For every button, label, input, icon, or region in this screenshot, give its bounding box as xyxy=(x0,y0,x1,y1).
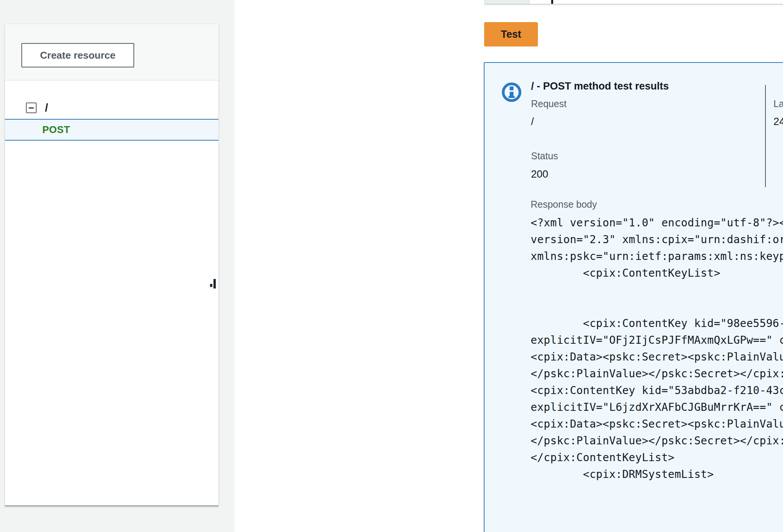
test-results-panel: / - POST method test results Request / S… xyxy=(484,62,783,532)
test-button[interactable]: Test xyxy=(484,22,538,46)
resource-root-path: / xyxy=(45,102,48,114)
status-value: 200 xyxy=(531,168,548,180)
request-label: Request xyxy=(531,98,566,109)
resize-handle-bar xyxy=(213,279,216,288)
resize-handle-dot xyxy=(210,284,212,287)
results-title: / - POST method test results xyxy=(531,80,669,92)
response-body-label: Response body xyxy=(531,199,597,210)
resources-panel: Create resource / POST xyxy=(5,24,219,506)
resource-tree-root-row[interactable]: / xyxy=(5,96,218,119)
response-body-content: <?xml version="1.0" encoding="utf-8"?><c… xyxy=(531,215,783,483)
request-form-row-label-cell xyxy=(485,0,529,4)
request-value: / xyxy=(531,116,534,128)
request-form-row-clipped[interactable] xyxy=(485,0,783,5)
collapse-minus-icon[interactable] xyxy=(26,103,37,113)
create-resource-button[interactable]: Create resource xyxy=(21,43,134,67)
method-row-post[interactable]: POST xyxy=(5,119,218,141)
info-icon xyxy=(501,82,522,103)
latency-value: 247 xyxy=(773,116,783,128)
latency-label: Latency ms xyxy=(773,98,783,109)
method-label-post: POST xyxy=(42,124,70,136)
status-label: Status xyxy=(531,151,558,162)
results-column-divider xyxy=(765,85,766,187)
main-content: Test / - POST method test results Reques… xyxy=(234,0,783,532)
resources-panel-header: Create resource xyxy=(5,24,218,80)
api-gateway-test-page: Create resource / POST Test xyxy=(0,0,783,532)
panel-resize-handle[interactable] xyxy=(210,279,216,289)
clipped-text-glyph xyxy=(551,0,553,4)
